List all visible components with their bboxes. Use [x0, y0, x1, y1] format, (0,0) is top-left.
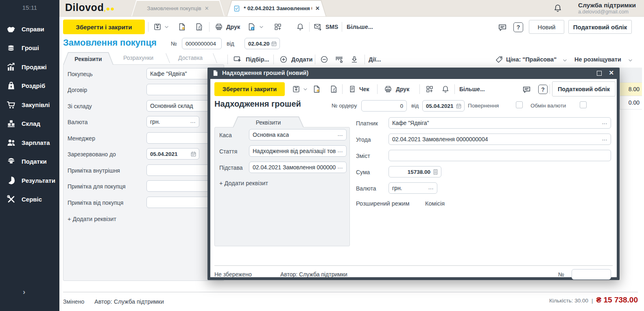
document-info-icon[interactable]	[247, 22, 256, 31]
notifications-bell-icon[interactable]	[553, 3, 563, 13]
agreement-input[interactable]: 02.04.2021 Замовлення 0000000004...	[389, 134, 611, 145]
sidebar-item-servis[interactable]: Сервіс	[0, 190, 59, 209]
document-star-icon[interactable]	[177, 22, 186, 31]
add-row-plus-icon[interactable]	[279, 55, 288, 64]
close-icon[interactable]: ✕	[609, 69, 614, 77]
new-button[interactable]: Новий	[529, 20, 564, 34]
save-icon[interactable]	[292, 85, 301, 94]
reminder-bell-icon[interactable]	[441, 85, 450, 94]
print-button[interactable]: Друк	[396, 86, 409, 92]
grid-plus-icon[interactable]	[273, 22, 282, 31]
warehouse-link-label[interactable]: Зі складу	[68, 103, 92, 110]
download-icon[interactable]	[350, 55, 359, 64]
calendar-icon[interactable]	[190, 151, 197, 158]
sidebar-item-podatky[interactable]: Податки	[0, 152, 59, 171]
chevron-down-icon[interactable]	[164, 24, 169, 30]
cash-desk-link-label[interactable]: Каса	[219, 132, 232, 138]
picker-dots[interactable]: ...	[190, 118, 196, 124]
content-input[interactable]	[389, 150, 611, 161]
sms-envelope-icon[interactable]	[313, 22, 322, 31]
modal-title-bar[interactable]: Надходження грошей (новий) ✕	[207, 68, 620, 79]
return-checkbox[interactable]	[516, 101, 523, 108]
close-icon[interactable]: ✕	[315, 5, 320, 11]
sms-button[interactable]: SMS	[325, 24, 338, 30]
chevron-down-icon[interactable]	[562, 58, 568, 63]
order-date-input[interactable]: 02.04.2021	[245, 38, 280, 49]
picker-dots[interactable]: ...	[338, 148, 343, 153]
changed-status-link[interactable]: Змінено	[63, 298, 84, 305]
sidebar-item-rezultaty[interactable]: Результати	[0, 171, 59, 190]
add-row-button[interactable]: Додати	[291, 56, 312, 63]
pick-items-button[interactable]: Підбір...	[246, 56, 269, 63]
calendar-icon[interactable]	[455, 103, 462, 110]
tab-dostavka[interactable]: Доставка	[178, 55, 203, 61]
tab-orders-list[interactable]: Замовлення покупців ✕	[131, 0, 225, 16]
sidebar-item-spravy[interactable]: Справи	[0, 20, 59, 39]
comment-icon[interactable]	[522, 85, 532, 95]
sidebar-collapse-chevron[interactable]: ›	[23, 287, 25, 296]
order-number-input[interactable]: 0000000004	[182, 38, 222, 49]
tax-accounting-button[interactable]: Податковий облік	[568, 20, 632, 34]
tab-rekvizyty-active[interactable]: Реквізити	[63, 52, 114, 65]
sidebar-item-sklad[interactable]: Склад	[0, 114, 59, 134]
chevron-down-icon[interactable]	[303, 87, 308, 92]
sidebar-item-groshi[interactable]: Гроші	[0, 39, 59, 58]
comment-icon[interactable]	[497, 22, 508, 33]
document-attachment-icon[interactable]	[329, 85, 338, 94]
picker-dots[interactable]: ...	[338, 131, 343, 137]
sidebar-item-prodazhi[interactable]: Продажі	[0, 57, 59, 77]
maximize-icon[interactable]	[597, 71, 602, 76]
remove-row-minus-icon[interactable]	[320, 55, 329, 64]
modal-save-and-close-button[interactable]: Зберегти і закрити	[214, 82, 285, 96]
commission-link[interactable]: Комісія	[425, 200, 445, 207]
more-button[interactable]: Більше...	[459, 86, 485, 92]
payer-input[interactable]: Кафе "Ядвіга"...	[389, 117, 611, 129]
printer-icon[interactable]	[214, 22, 223, 31]
pick-items-icon[interactable]	[233, 55, 242, 64]
basis-input[interactable]: 02.04.2021 Замовлення 000000...	[249, 162, 347, 173]
exchange-checkbox[interactable]	[580, 101, 587, 108]
modal-number-input[interactable]	[572, 269, 611, 280]
barcode-icon[interactable]	[334, 55, 345, 64]
reminder-bell-icon[interactable]	[296, 22, 305, 31]
article-input[interactable]: Надходження від реалізації тов...	[249, 145, 347, 157]
picker-dots[interactable]: ...	[338, 164, 343, 170]
printer-icon[interactable]	[384, 85, 393, 94]
sidebar-item-zakupivli[interactable]: Закупівлі	[0, 95, 59, 114]
cash-desk-input[interactable]: Основна каса...	[249, 129, 347, 140]
sidebar-item-rozdrib[interactable]: Роздріб	[0, 77, 59, 96]
close-icon[interactable]: ✕	[205, 5, 209, 11]
modal-date-input[interactable]: 05.04.2021	[422, 100, 465, 112]
dilovod-logo[interactable]: Dilovod,●●	[65, 2, 115, 13]
actions-button[interactable]: Дії...	[369, 56, 381, 63]
order-no-input[interactable]: 0	[361, 100, 407, 112]
reserved-until-input[interactable]: 05.04.2021	[146, 148, 199, 160]
save-icon[interactable]	[153, 22, 162, 31]
save-and-close-button[interactable]: Зберегти і закрити	[63, 20, 145, 34]
receipt-icon[interactable]	[348, 85, 357, 94]
modal-tax-accounting-button[interactable]: Податковий облік	[552, 81, 616, 96]
table-cell-highlighted[interactable]: 8.00	[620, 83, 642, 96]
print-button[interactable]: Друк	[226, 24, 240, 30]
modal-currency-input[interactable]: грн....	[389, 182, 437, 194]
calendar-icon[interactable]	[271, 40, 277, 47]
not-saved-status-link[interactable]: Не збережено	[214, 271, 252, 278]
add-attribute-link[interactable]: + Додати реквізит	[68, 216, 116, 222]
picker-dots[interactable]: ...	[602, 136, 607, 142]
advanced-mode-link[interactable]: Розширений режим	[356, 200, 409, 207]
chevron-down-icon[interactable]	[628, 58, 633, 63]
calculator-icon[interactable]	[432, 169, 439, 175]
price-type-dropdown[interactable]: Ціна: "Прайсова"	[506, 56, 557, 63]
receipt-button[interactable]: Чек	[359, 86, 369, 92]
more-button[interactable]: Більше...	[347, 24, 373, 30]
amount-input[interactable]: 15738.00	[389, 166, 441, 177]
currency-input[interactable]: грн....	[146, 116, 199, 127]
chevron-down-icon[interactable]	[259, 24, 264, 30]
document-attachment-icon[interactable]	[194, 22, 203, 31]
modal-tab-rekvizyty[interactable]: Реквізити	[233, 116, 304, 127]
tab-order-document-active[interactable]: * 02.04.2021 Замовлення 00000 ✕	[227, 0, 326, 16]
table-cell[interactable]: 0.00	[620, 96, 642, 110]
document-star-icon[interactable]	[312, 85, 321, 94]
picker-dots[interactable]: ...	[602, 120, 607, 125]
placement-dropdown[interactable]: Не розміщувати	[574, 56, 621, 63]
